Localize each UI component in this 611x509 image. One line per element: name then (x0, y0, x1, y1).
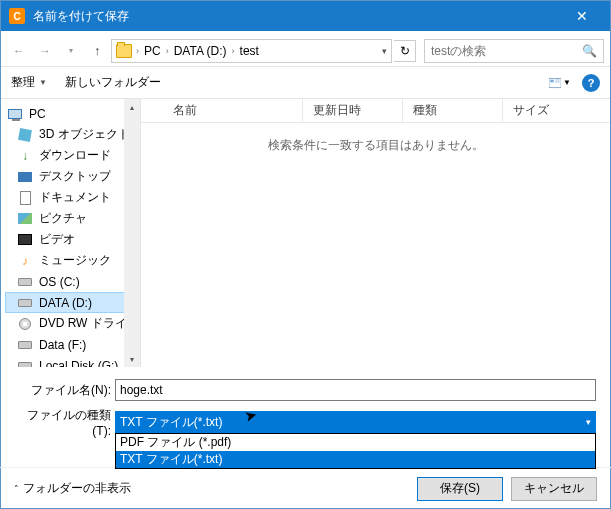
scroll-down-icon[interactable]: ▾ (124, 351, 140, 367)
col-type[interactable]: 種類 (403, 99, 503, 122)
hide-folders-label: フォルダーの非表示 (23, 480, 131, 497)
tree-label: DATA (D:) (39, 296, 92, 310)
organize-menu[interactable]: 整理 ▼ (11, 74, 47, 91)
chevron-down-icon: ▼ (39, 78, 47, 87)
tree-label: Data (F:) (39, 338, 86, 352)
desktop-icon (17, 169, 33, 185)
tree-item[interactable]: デスクトップ (5, 166, 140, 187)
close-icon[interactable]: ✕ (562, 1, 602, 31)
folder-tree: PC3D オブジェクト↓ダウンロードデスクトップドキュメントピクチャビデオ♪ミュ… (1, 99, 141, 367)
folder-icon (116, 44, 132, 58)
tree-label: PC (29, 107, 46, 121)
tree-item-pc[interactable]: PC (5, 103, 140, 124)
col-date[interactable]: 更新日時 (303, 99, 403, 122)
list-header: 名前 更新日時 種類 サイズ (141, 99, 610, 123)
crumb-drive[interactable]: DATA (D:) (171, 44, 230, 58)
drive-icon (17, 337, 33, 353)
chevron-right-icon: › (136, 46, 139, 56)
tree-item[interactable]: 3D オブジェクト (5, 124, 140, 145)
app-icon: C (9, 8, 25, 24)
drive-icon (17, 358, 33, 368)
empty-message: 検索条件に一致する項目はありません。 (141, 137, 610, 154)
video-icon (17, 232, 33, 248)
chevron-down-icon: ▼ (563, 78, 571, 87)
crumb-folder[interactable]: test (237, 44, 262, 58)
drive-icon (17, 295, 33, 311)
music-icon: ♪ (17, 253, 33, 269)
chevron-right-icon: › (166, 46, 169, 56)
filetype-dropdown: PDF ファイル (*.pdf) TXT ファイル(*.txt) (115, 433, 596, 469)
scroll-up-icon[interactable]: ▴ (124, 99, 140, 115)
tree-scrollbar[interactable]: ▴ ▾ (124, 99, 140, 367)
search-box[interactable]: 🔍 (424, 39, 604, 63)
chevron-up-icon: ˄ (14, 484, 19, 494)
forward-button[interactable]: → (33, 39, 57, 63)
tree-label: 3D オブジェクト (39, 126, 130, 143)
chevron-right-icon: › (232, 46, 235, 56)
tree-item[interactable]: ドキュメント (5, 187, 140, 208)
drive-icon (17, 274, 33, 290)
tree-label: Local Disk (G:) (39, 359, 118, 368)
file-list: 名前 更新日時 種類 サイズ 検索条件に一致する項目はありません。 (141, 99, 610, 367)
filetype-select[interactable]: TXT ファイル(*.txt) ▾ (115, 411, 596, 433)
tree-label: ミュージック (39, 252, 111, 269)
tree-item[interactable]: Data (F:) (5, 334, 140, 355)
tree-item[interactable]: ピクチャ (5, 208, 140, 229)
cube-icon (17, 127, 33, 143)
chevron-down-icon: ▾ (586, 417, 591, 427)
tree-label: OS (C:) (39, 275, 80, 289)
filetype-option-pdf[interactable]: PDF ファイル (*.pdf) (116, 434, 595, 451)
cancel-button[interactable]: キャンセル (511, 477, 597, 501)
tree-item[interactable]: DVD RW ドライブ ( (5, 313, 140, 334)
col-size[interactable]: サイズ (503, 99, 610, 122)
filetype-option-txt[interactable]: TXT ファイル(*.txt) (116, 451, 595, 468)
crumb-pc[interactable]: PC (141, 44, 164, 58)
tree-label: ダウンロード (39, 147, 111, 164)
search-icon[interactable]: 🔍 (582, 44, 597, 58)
address-dropdown[interactable]: ▾ (382, 46, 387, 56)
col-name[interactable]: 名前 (163, 99, 303, 122)
filetype-selected: TXT ファイル(*.txt) (120, 414, 222, 431)
new-folder-button[interactable]: 新しいフォルダー (65, 74, 161, 91)
document-icon (17, 190, 33, 206)
svg-rect-1 (550, 79, 553, 82)
breadcrumb[interactable]: › PC › DATA (D:) › test ▾ (111, 39, 392, 63)
back-button[interactable]: ← (7, 39, 31, 63)
tree-item[interactable]: ↓ダウンロード (5, 145, 140, 166)
save-button[interactable]: 保存(S) (417, 477, 503, 501)
pc-icon (7, 106, 23, 122)
search-input[interactable] (431, 44, 582, 58)
tree-item[interactable]: Local Disk (G:) (5, 355, 140, 367)
new-folder-label: 新しいフォルダー (65, 74, 161, 91)
tree-item[interactable]: ビデオ (5, 229, 140, 250)
tree-item[interactable]: OS (C:) (5, 271, 140, 292)
svg-rect-3 (555, 81, 560, 82)
tree-item[interactable]: DATA (D:) (5, 292, 140, 313)
recent-dropdown[interactable]: ▾ (59, 39, 83, 63)
hide-folders-toggle[interactable]: ˄ フォルダーの非表示 (14, 480, 131, 497)
filetype-label: ファイルの種類(T): (15, 407, 115, 438)
filename-input[interactable] (115, 379, 596, 401)
picture-icon (17, 211, 33, 227)
tree-label: ピクチャ (39, 210, 87, 227)
svg-rect-2 (555, 79, 560, 80)
title-bar: C 名前を付けて保存 ✕ (1, 1, 610, 31)
up-button[interactable]: ↑ (85, 39, 109, 63)
filename-label: ファイル名(N): (15, 382, 115, 399)
bottom-bar: ˄ フォルダーの非表示 保存(S) キャンセル (0, 467, 611, 509)
refresh-button[interactable]: ↻ (394, 40, 416, 62)
dvd-icon (17, 316, 33, 332)
tree-item[interactable]: ♪ミュージック (5, 250, 140, 271)
window-title: 名前を付けて保存 (33, 8, 562, 25)
help-button[interactable]: ? (582, 74, 600, 92)
address-bar: ← → ▾ ↑ › PC › DATA (D:) › test ▾ ↻ 🔍 (1, 35, 610, 67)
organize-label: 整理 (11, 74, 35, 91)
toolbar: 整理 ▼ 新しいフォルダー ▼ ? (1, 67, 610, 99)
view-mode-button[interactable]: ▼ (548, 72, 572, 94)
tree-label: ビデオ (39, 231, 75, 248)
tree-label: ドキュメント (39, 189, 111, 206)
download-icon: ↓ (17, 148, 33, 164)
tree-label: デスクトップ (39, 168, 111, 185)
